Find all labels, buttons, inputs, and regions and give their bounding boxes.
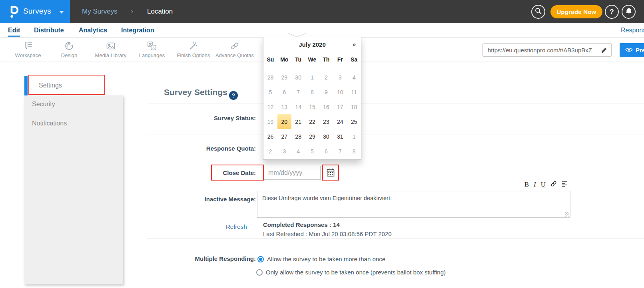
textarea-resize-handle[interactable] xyxy=(565,212,569,216)
sidebar-active-indicator xyxy=(24,76,28,95)
multiple-responding-option-once[interactable]: Only allow the survey to be taken once (… xyxy=(256,269,446,276)
toolbar-item-media-library[interactable]: Media Library xyxy=(89,41,133,58)
search-icon xyxy=(534,7,542,16)
workspace-icon xyxy=(6,41,50,51)
calendar-day[interactable]: 24 xyxy=(333,114,347,129)
radio-unselected-icon[interactable] xyxy=(256,269,263,276)
design-icon xyxy=(47,41,91,51)
search-button[interactable] xyxy=(531,5,545,19)
calendar-day[interactable]: 28 xyxy=(291,129,305,144)
notifications-button[interactable] xyxy=(622,5,636,19)
calendar-day: 1 xyxy=(347,129,361,144)
calendar-day: 7 xyxy=(333,144,347,159)
tab-analytics[interactable]: Analytics xyxy=(79,27,107,34)
finish-options-icon xyxy=(171,41,215,51)
calendar-day[interactable]: 26 xyxy=(263,129,277,144)
calendar-day: 6 xyxy=(319,144,333,159)
radio-selected-icon[interactable] xyxy=(257,256,264,262)
datepicker-next-button[interactable]: » xyxy=(353,41,356,48)
day-header: Tu xyxy=(291,55,305,64)
calendar-day: 15 xyxy=(305,99,319,114)
toolbar-item-advance-quotas[interactable]: Advance Quotas xyxy=(213,41,257,58)
divider xyxy=(147,103,644,103)
calendar-day[interactable]: 30 xyxy=(319,129,333,144)
italic-button[interactable]: I xyxy=(534,181,536,188)
inactive-message-label: Inactive Message: xyxy=(147,196,256,203)
calendar-day: 18 xyxy=(347,99,361,114)
day-header: Th xyxy=(319,55,333,64)
inactive-message-textarea[interactable]: Diese Umfrage wurde vom Eigentümer deakt… xyxy=(257,191,570,218)
product-switcher[interactable]: Surveys xyxy=(23,7,51,16)
multiple-responding-option-allow[interactable]: Allow the survey to be taken more than o… xyxy=(257,256,385,262)
calendar-day: 29 xyxy=(277,70,291,85)
align-icon[interactable] xyxy=(562,181,568,188)
datepicker-day-headers: Su Mo Tu We Th Fr Sa xyxy=(263,55,361,64)
calendar-day: 11 xyxy=(347,85,361,99)
datepicker-popup: July 2020 » Su Mo Tu We Th Fr Sa 2829301… xyxy=(263,37,361,160)
response-quota-label: Response Quota: xyxy=(147,145,256,152)
day-header: Fr xyxy=(333,55,347,64)
tab-edit[interactable]: Edit xyxy=(8,27,20,34)
calendar-day: 8 xyxy=(305,85,319,99)
title-help-button[interactable]: ? xyxy=(229,91,238,100)
calendar-day: 4 xyxy=(291,144,305,159)
chevron-down-icon xyxy=(59,11,64,14)
close-date-input[interactable] xyxy=(264,166,321,180)
sidebar-item-notifications[interactable]: Notifications xyxy=(32,120,67,127)
tab-responses-partial[interactable]: Respons xyxy=(621,27,644,34)
calendar-day[interactable]: 29 xyxy=(305,129,319,144)
calendar-day[interactable]: 25 xyxy=(347,114,361,129)
breadcrumb-separator: › xyxy=(131,7,133,16)
calendar-icon[interactable] xyxy=(326,167,335,178)
refresh-link[interactable]: Refresh xyxy=(226,223,247,230)
calendar-day[interactable]: 27 xyxy=(277,129,291,144)
preview-button[interactable]: Pre xyxy=(620,43,644,57)
calendar-day: 3 xyxy=(333,70,347,85)
underline-button[interactable]: U xyxy=(541,181,546,188)
divider xyxy=(147,135,644,135)
survey-status-label: Survey Status: xyxy=(147,115,256,121)
languages-icon: A xyxy=(130,41,174,51)
toolbar-item-workspace[interactable]: Workspace xyxy=(6,41,50,58)
calendar-day: 8 xyxy=(347,144,361,159)
link-icon[interactable] xyxy=(550,181,557,188)
calendar-day-selected[interactable]: 20 xyxy=(277,114,291,129)
divider xyxy=(147,238,644,239)
day-header: Su xyxy=(263,55,277,64)
calendar-day[interactable]: 23 xyxy=(319,114,333,129)
sidebar-item-settings[interactable]: Settings xyxy=(39,82,62,89)
last-refreshed-text: Last Refreshed : Mon Jul 20 03:08:56 PDT… xyxy=(263,230,392,237)
multiple-responding-label: Multiple Responding: xyxy=(147,255,256,262)
survey-url-input[interactable] xyxy=(483,44,600,56)
datepicker-month-label[interactable]: July 2020 xyxy=(263,41,361,48)
brand-area[interactable]: Surveys xyxy=(0,0,70,23)
toolbar-item-design[interactable]: Design xyxy=(47,41,91,58)
bold-button[interactable]: B xyxy=(524,181,529,188)
calendar-day[interactable]: 21 xyxy=(291,114,305,129)
bell-icon xyxy=(625,8,632,16)
tab-integration[interactable]: Integration xyxy=(121,27,154,34)
calendar-day: 2 xyxy=(319,70,333,85)
help-icon: ? xyxy=(610,8,614,16)
breadcrumb-parent[interactable]: My Surveys xyxy=(82,8,118,16)
settings-sidebar: Security Notifications xyxy=(24,95,123,284)
calendar-day: 30 xyxy=(291,70,305,85)
breadcrumb-current: Location xyxy=(147,8,173,16)
calendar-day: 5 xyxy=(263,85,277,99)
help-button[interactable]: ? xyxy=(605,5,619,19)
page-title: Survey Settings xyxy=(164,87,227,97)
sidebar-item-security[interactable]: Security xyxy=(32,101,55,108)
svg-text:A: A xyxy=(152,46,155,50)
completed-responses-text: Completed Responses : 14 xyxy=(263,221,340,228)
calendar-day: 16 xyxy=(319,99,333,114)
close-date-label: Close Date: xyxy=(147,169,256,176)
pencil-icon[interactable] xyxy=(601,47,608,55)
tab-distribute[interactable]: Distribute xyxy=(34,27,64,34)
toolbar-item-finish-options[interactable]: Finish Options xyxy=(171,41,215,58)
top-bar: Surveys My Surveys › Location Upgrade No… xyxy=(0,0,644,23)
calendar-day[interactable]: 22 xyxy=(305,114,319,129)
message-editor-toolbar: B I U xyxy=(519,180,568,189)
upgrade-now-button[interactable]: Upgrade Now xyxy=(550,5,602,18)
calendar-day[interactable]: 31 xyxy=(333,129,347,144)
toolbar-item-languages[interactable]: A Languages xyxy=(130,41,174,58)
